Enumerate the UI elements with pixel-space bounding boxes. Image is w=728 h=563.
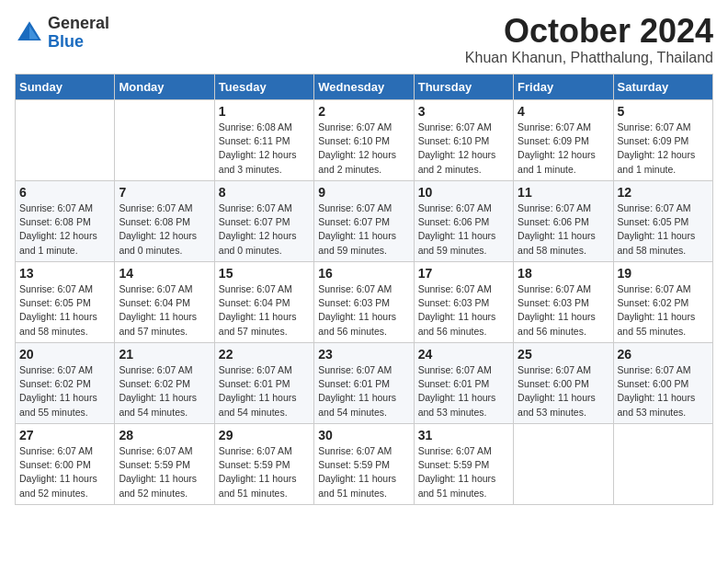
day-number: 25 [518,347,609,362]
day-number: 19 [618,266,709,281]
day-detail: Sunrise: 6:07 AMSunset: 6:01 PMDaylight:… [219,363,310,419]
calendar-body: 1Sunrise: 6:08 AMSunset: 6:11 PMDaylight… [16,100,713,505]
day-detail: Sunrise: 6:07 AMSunset: 5:59 PMDaylight:… [418,444,509,500]
day-number: 27 [19,428,110,442]
col-saturday: Saturday [613,75,712,100]
day-number: 20 [19,347,110,362]
calendar-cell: 10Sunrise: 6:07 AMSunset: 6:06 PMDayligh… [414,181,513,262]
day-detail: Sunrise: 6:07 AMSunset: 6:01 PMDaylight:… [418,363,509,419]
col-thursday: Thursday [414,75,513,100]
day-number: 6 [19,185,110,200]
calendar-cell: 18Sunrise: 6:07 AMSunset: 6:03 PMDayligh… [514,262,613,343]
day-number: 15 [219,266,310,281]
day-detail: Sunrise: 6:07 AMSunset: 6:03 PMDaylight:… [418,282,509,339]
calendar-cell: 27Sunrise: 6:07 AMSunset: 6:00 PMDayligh… [16,424,115,505]
day-detail: Sunrise: 6:07 AMSunset: 6:04 PMDaylight:… [219,282,310,339]
calendar-cell: 1Sunrise: 6:08 AMSunset: 6:11 PMDaylight… [214,100,313,181]
calendar-cell [514,424,613,505]
calendar-cell: 14Sunrise: 6:07 AMSunset: 6:04 PMDayligh… [115,262,214,343]
calendar-cell: 2Sunrise: 6:07 AMSunset: 6:10 PMDaylight… [314,100,414,181]
calendar-cell: 7Sunrise: 6:07 AMSunset: 6:08 PMDaylight… [115,181,214,262]
day-detail: Sunrise: 6:07 AMSunset: 6:08 PMDaylight:… [119,201,210,258]
day-detail: Sunrise: 6:07 AMSunset: 6:05 PMDaylight:… [19,282,110,339]
day-detail: Sunrise: 6:07 AMSunset: 6:07 PMDaylight:… [219,201,310,258]
day-number: 23 [318,347,409,362]
day-number: 5 [618,104,709,119]
day-detail: Sunrise: 6:07 AMSunset: 6:02 PMDaylight:… [119,363,210,419]
calendar-cell [16,100,115,181]
month-title: October 2024 [465,15,713,48]
col-friday: Friday [514,75,613,100]
header-row: Sunday Monday Tuesday Wednesday Thursday… [16,75,713,100]
day-detail: Sunrise: 6:07 AMSunset: 6:10 PMDaylight:… [418,121,509,177]
calendar-cell [613,424,712,505]
day-number: 13 [19,266,110,281]
calendar-table: Sunday Monday Tuesday Wednesday Thursday… [15,74,713,505]
day-number: 24 [418,347,509,362]
day-number: 7 [119,185,210,200]
col-tuesday: Tuesday [214,75,313,100]
day-number: 31 [418,428,509,442]
day-detail: Sunrise: 6:07 AMSunset: 6:08 PMDaylight:… [19,201,110,258]
day-detail: Sunrise: 6:07 AMSunset: 5:59 PMDaylight:… [219,444,310,500]
calendar-cell: 28Sunrise: 6:07 AMSunset: 5:59 PMDayligh… [115,424,214,505]
day-detail: Sunrise: 6:07 AMSunset: 6:03 PMDaylight:… [518,282,609,339]
logo-icon [15,18,44,48]
day-detail: Sunrise: 6:07 AMSunset: 6:00 PMDaylight:… [518,363,609,419]
calendar-cell: 26Sunrise: 6:07 AMSunset: 6:00 PMDayligh… [613,343,712,424]
day-number: 18 [518,266,609,281]
day-detail: Sunrise: 6:07 AMSunset: 5:59 PMDaylight:… [318,444,409,500]
day-number: 16 [318,266,409,281]
day-number: 21 [119,347,210,362]
day-number: 4 [518,104,609,119]
page-header: General Blue October 2024 Khuan Khanun, … [15,15,713,66]
calendar-cell: 29Sunrise: 6:07 AMSunset: 5:59 PMDayligh… [214,424,313,505]
calendar-cell [115,100,214,181]
calendar-cell: 16Sunrise: 6:07 AMSunset: 6:03 PMDayligh… [314,262,414,343]
week-row-2: 13Sunrise: 6:07 AMSunset: 6:05 PMDayligh… [16,262,713,343]
col-sunday: Sunday [16,75,115,100]
day-number: 12 [618,185,709,200]
week-row-4: 27Sunrise: 6:07 AMSunset: 6:00 PMDayligh… [16,424,713,505]
title-block: October 2024 Khuan Khanun, Phatthalung, … [465,15,713,66]
day-number: 28 [119,428,210,442]
day-detail: Sunrise: 6:07 AMSunset: 6:10 PMDaylight:… [318,121,409,177]
calendar-cell: 12Sunrise: 6:07 AMSunset: 6:05 PMDayligh… [613,181,712,262]
calendar-cell: 23Sunrise: 6:07 AMSunset: 6:01 PMDayligh… [314,343,414,424]
day-number: 30 [318,428,409,442]
day-number: 29 [219,428,310,442]
day-detail: Sunrise: 6:07 AMSunset: 6:00 PMDaylight:… [618,363,709,419]
calendar-cell: 3Sunrise: 6:07 AMSunset: 6:10 PMDaylight… [414,100,513,181]
calendar-cell: 9Sunrise: 6:07 AMSunset: 6:07 PMDaylight… [314,181,414,262]
day-detail: Sunrise: 6:07 AMSunset: 6:03 PMDaylight:… [318,282,409,339]
day-detail: Sunrise: 6:07 AMSunset: 6:07 PMDaylight:… [318,201,409,258]
calendar-cell: 11Sunrise: 6:07 AMSunset: 6:06 PMDayligh… [514,181,613,262]
day-detail: Sunrise: 6:07 AMSunset: 6:04 PMDaylight:… [119,282,210,339]
day-detail: Sunrise: 6:07 AMSunset: 6:09 PMDaylight:… [518,121,609,177]
day-detail: Sunrise: 6:08 AMSunset: 6:11 PMDaylight:… [219,121,310,177]
logo-blue-text: Blue [48,33,109,52]
day-number: 2 [318,104,409,119]
calendar-cell: 22Sunrise: 6:07 AMSunset: 6:01 PMDayligh… [214,343,313,424]
calendar-cell: 5Sunrise: 6:07 AMSunset: 6:09 PMDaylight… [613,100,712,181]
day-number: 8 [219,185,310,200]
calendar-cell: 31Sunrise: 6:07 AMSunset: 5:59 PMDayligh… [414,424,513,505]
week-row-0: 1Sunrise: 6:08 AMSunset: 6:11 PMDaylight… [16,100,713,181]
calendar-cell: 15Sunrise: 6:07 AMSunset: 6:04 PMDayligh… [214,262,313,343]
day-number: 3 [418,104,509,119]
calendar-cell: 8Sunrise: 6:07 AMSunset: 6:07 PMDaylight… [214,181,313,262]
svg-marker-1 [29,26,39,39]
day-detail: Sunrise: 6:07 AMSunset: 6:05 PMDaylight:… [618,201,709,258]
calendar-cell: 25Sunrise: 6:07 AMSunset: 6:00 PMDayligh… [514,343,613,424]
day-detail: Sunrise: 6:07 AMSunset: 5:59 PMDaylight:… [119,444,210,500]
day-detail: Sunrise: 6:07 AMSunset: 6:01 PMDaylight:… [318,363,409,419]
col-monday: Monday [115,75,214,100]
location: Khuan Khanun, Phatthalung, Thailand [465,50,713,66]
day-detail: Sunrise: 6:07 AMSunset: 6:09 PMDaylight:… [618,121,709,177]
calendar-cell: 21Sunrise: 6:07 AMSunset: 6:02 PMDayligh… [115,343,214,424]
calendar-cell: 17Sunrise: 6:07 AMSunset: 6:03 PMDayligh… [414,262,513,343]
calendar-header: Sunday Monday Tuesday Wednesday Thursday… [16,75,713,100]
day-number: 17 [418,266,509,281]
day-number: 26 [618,347,709,362]
day-detail: Sunrise: 6:07 AMSunset: 6:00 PMDaylight:… [19,444,110,500]
